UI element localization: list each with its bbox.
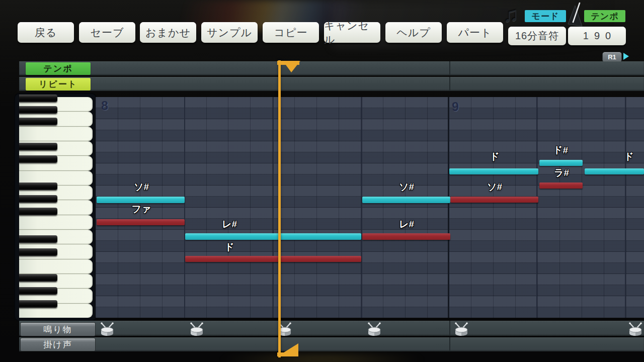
note-red[interactable] <box>539 183 583 189</box>
tempo-lane[interactable] <box>19 61 644 75</box>
drum-icon[interactable] <box>627 322 644 339</box>
tempo-label: テンポ <box>584 10 625 22</box>
black-key[interactable] <box>19 300 57 308</box>
beat-line <box>361 97 362 318</box>
note-cyan[interactable] <box>585 168 644 174</box>
black-key[interactable] <box>19 143 57 150</box>
toolbar-button-1[interactable]: 戻る <box>18 22 74 43</box>
note-red[interactable] <box>362 233 450 240</box>
black-key[interactable] <box>19 274 57 282</box>
black-key[interactable] <box>19 106 57 114</box>
repeat-lane[interactable] <box>19 77 644 91</box>
black-key[interactable] <box>19 248 57 256</box>
white-key[interactable] <box>19 127 93 141</box>
toolbar-button-8[interactable]: パート <box>447 22 503 43</box>
note-pitch-label: ソ# <box>134 180 149 194</box>
note-red[interactable] <box>185 256 361 262</box>
beat-line <box>536 97 537 318</box>
note-pitch-label: ラ# <box>554 166 569 179</box>
play-triangle-icon <box>623 53 629 60</box>
drum-icon[interactable] <box>366 322 383 339</box>
black-key[interactable] <box>19 95 57 102</box>
note-cyan[interactable] <box>449 168 538 174</box>
toolbar-button-3[interactable]: おまかせ <box>140 22 196 43</box>
black-key[interactable] <box>19 118 57 125</box>
measure-divider <box>449 337 450 351</box>
tempo-value-button[interactable]: 190 <box>568 27 626 45</box>
note-pitch-label: ド# <box>553 144 568 157</box>
black-key[interactable] <box>19 287 57 295</box>
drum-icon[interactable] <box>188 322 205 339</box>
note-pitch-label: レ# <box>399 218 414 231</box>
note-pitch-label: ド <box>624 150 633 163</box>
note-red[interactable] <box>450 197 538 203</box>
toolbar-button-5[interactable]: コピー <box>263 22 319 43</box>
note-cyan[interactable] <box>185 233 361 240</box>
repeat-lane-chip[interactable]: リピート <box>26 78 91 90</box>
note-pitch-label: ソ# <box>399 180 414 194</box>
black-key[interactable] <box>19 208 57 215</box>
toolbar-button-7[interactable]: ヘルプ <box>385 22 442 43</box>
drum-icon[interactable] <box>453 322 470 339</box>
note-length-button[interactable]: 16分音符 <box>508 27 566 45</box>
note-cyan[interactable] <box>539 160 583 166</box>
note-pitch-label: ド <box>490 150 499 163</box>
beat-line <box>273 97 274 318</box>
note-pitch-label: ド <box>224 241 234 254</box>
black-key[interactable] <box>19 183 57 190</box>
measure-divider <box>449 61 450 75</box>
note-red[interactable] <box>97 219 185 225</box>
black-key[interactable] <box>19 235 57 243</box>
black-key[interactable] <box>19 195 57 203</box>
kakegoe-lane-button[interactable]: 掛け声 <box>20 338 96 351</box>
note-pitch-label: ファ <box>132 203 151 216</box>
playhead-top-flag <box>277 59 302 73</box>
bottom-glow <box>216 352 428 362</box>
playhead-cursor[interactable] <box>278 60 281 357</box>
mode-label: モード <box>525 10 566 22</box>
kakegoe-lane[interactable] <box>19 337 644 351</box>
white-key[interactable] <box>19 259 93 274</box>
metronome-icon <box>567 2 586 28</box>
measure-line <box>448 97 449 318</box>
beat-line <box>625 97 626 318</box>
karaoke-note-editor-screen: 戻るセーブおまかせサンプルコピーキャンセルヘルプパート ♫ モード 16分音符 … <box>0 0 644 362</box>
drum-icon[interactable] <box>99 322 116 339</box>
narimono-lane-button[interactable]: 鳴り物 <box>20 322 96 336</box>
black-key[interactable] <box>19 155 57 163</box>
note-pitch-label: ソ# <box>487 180 502 194</box>
measure-number: 9 <box>452 100 459 114</box>
measure-number: 8 <box>101 99 108 113</box>
note-pitch-label: レ# <box>222 218 237 231</box>
measure-divider <box>449 77 450 91</box>
toolbar-button-6[interactable]: キャンセル <box>324 22 380 43</box>
note-cyan[interactable] <box>362 197 450 203</box>
white-key[interactable] <box>19 215 93 230</box>
playhead-bottom-flag <box>277 341 302 358</box>
music-note-icon: ♫ <box>503 4 519 25</box>
measure-divider <box>449 321 450 336</box>
toolbar-button-4[interactable]: サンプル <box>201 22 258 43</box>
r1-shoulder-badge[interactable]: R1 <box>602 52 622 62</box>
toolbar-button-2[interactable]: セーブ <box>79 22 135 43</box>
beat-line <box>184 97 185 318</box>
tempo-lane-chip[interactable]: テンポ <box>26 62 91 75</box>
piano-roll-grid[interactable] <box>96 97 644 318</box>
